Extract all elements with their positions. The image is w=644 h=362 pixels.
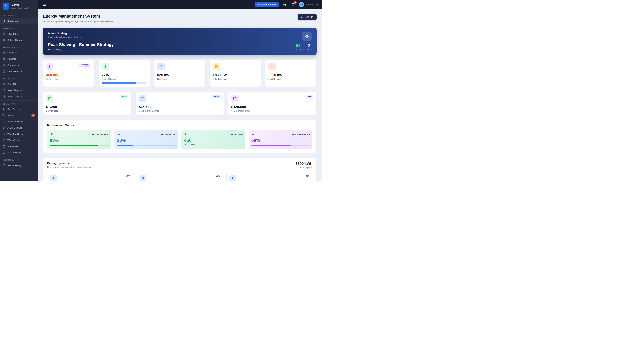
metric-value: 83%: [50, 138, 108, 143]
calendar-button[interactable]: [281, 1, 287, 7]
brand[interactable]: Demo Energy Asset Portal: [0, 0, 38, 12]
period-badge: Today: [120, 95, 128, 98]
stats-row: Discharging 450 kW Battery Power 77% Sta…: [43, 60, 317, 87]
total-capacity-value: 6500 kWh: [296, 162, 312, 166]
battery-bank-card: 78% Battery Bank A - Tesla Megapack: [47, 172, 133, 181]
sidebar-section-operations: OPERATIONS: [0, 100, 38, 106]
sidebar-section-monitoring: MONITORING: [0, 25, 38, 31]
sidebar-item-work-orders[interactable]: Work Orders: [0, 137, 38, 143]
package-icon: [3, 164, 6, 167]
savings-value: $1,250: [46, 105, 128, 109]
metric-progress-bar: [252, 145, 310, 146]
sidebar-item-workflow-builder[interactable]: Workflow Builder: [0, 131, 38, 137]
metric-progress-fill: [117, 145, 134, 146]
sidebar-item-asset-lifecycle[interactable]: Asset Lifecycle: [0, 93, 38, 99]
soc-progress-fill: [102, 82, 136, 84]
savings-card-month: Month $38,500 Month-to-Date Savings: [136, 91, 224, 115]
brand-text: Demo Energy Asset Portal: [12, 3, 28, 9]
sidebar-item-label: Work Orders: [8, 139, 20, 141]
avatar: US: [299, 2, 304, 7]
battery-systems-title: Battery Systems: [47, 162, 91, 165]
stat-value: 1850 kW: [213, 73, 258, 77]
metric-label: Peak Reduction: [161, 133, 176, 135]
sidebar-item-alarms[interactable]: Alarms 8: [0, 112, 38, 118]
performance-grid: Self-Consumption 83% Peak Reduction 28%: [47, 130, 312, 149]
strategy-stats: 94 Score 2 Alerts: [296, 32, 312, 51]
strategy-score-value: 94: [296, 43, 301, 48]
metric-progress-bar: [50, 145, 108, 146]
plus-icon: [258, 3, 260, 6]
savings-label: Savings Today: [46, 110, 128, 112]
metric-progress-fill: [252, 145, 291, 146]
battery-banks-grid: 78% Battery Bank A - Tesla Megapack 65% …: [47, 172, 312, 181]
brand-subtitle: Energy Asset Portal: [12, 7, 28, 9]
sidebar-section-assets-sites: ASSETS & SITES: [0, 75, 38, 81]
sidebar-item-fault-detection[interactable]: Fault Detection: [0, 68, 38, 74]
leaf-icon: [50, 133, 53, 136]
app-root: Demo Energy Asset Portal OVERVIEW Dashbo…: [0, 0, 322, 181]
total-capacity-label: Total Capacity: [296, 167, 312, 169]
status-badge: Discharging: [77, 63, 92, 66]
metric-progress-fill: [50, 145, 98, 146]
stat-value: 820 kW: [157, 73, 202, 77]
total-capacity: 6500 kWh Total Capacity: [296, 162, 312, 169]
savings-row: Today $1,250 Savings Today Month $38,500…: [43, 91, 317, 115]
metric-progress-bar: [117, 145, 176, 146]
sidebar-item-dashboard[interactable]: Dashboard: [0, 18, 38, 24]
sidebar-item-label: Plant Sites: [8, 83, 18, 85]
load-transfer-icon: [268, 63, 276, 70]
metric-label: Grid Independence: [292, 133, 310, 135]
zap-icon: [3, 51, 6, 54]
stat-value: 77%: [102, 73, 147, 77]
metric-label: Self-Consumption: [92, 133, 108, 135]
brand-name: Demo: [12, 3, 28, 6]
savings-card-year: Year $425,000 Year-to-Date Savings: [228, 91, 317, 115]
battery-icon: [140, 175, 146, 181]
quick-actions-button[interactable]: Quick Actions: [255, 2, 278, 7]
sidebar-item-label: Field Service: [8, 108, 20, 110]
metric-peak-reduction: Peak Reduction 28%: [114, 130, 178, 149]
battery-systems-titles: Battery Systems Overview of connected ba…: [47, 162, 91, 168]
menu-button[interactable]: [42, 1, 48, 7]
strategy-alerts-block: 2 Alerts: [307, 43, 312, 51]
page-header: Energy Management System Monitor and opt…: [43, 14, 317, 23]
user-menu[interactable]: US Administrator: [299, 2, 318, 7]
sidebar-item-preventive[interactable]: Preventive: [0, 143, 38, 149]
strategy-score-label: Score: [296, 49, 301, 51]
sidebar-item-label: WO Analytics: [8, 151, 21, 154]
sidebar-item-comparison[interactable]: Comparison: [0, 62, 38, 68]
period-badge: Year: [306, 95, 314, 98]
smartphone-icon: [3, 108, 6, 111]
battery-icon: [3, 38, 6, 41]
alert-triangle-icon: [3, 70, 6, 73]
sidebar-item-label: Alarm Analytics: [8, 120, 23, 123]
sidebar-item-label: Alarm Settings: [8, 126, 22, 129]
sidebar-item-alarm-settings[interactable]: Alarm Settings: [0, 125, 38, 131]
strategy-score-block: 94 Score: [296, 43, 301, 51]
sidebar-item-asset-registry[interactable]: Asset Registry: [0, 87, 38, 93]
alarms-count-badge: 8: [31, 114, 35, 117]
sidebar-item-label: Overview: [8, 51, 17, 54]
sidebar-item-battery-storage[interactable]: Battery Storage: [0, 37, 38, 43]
main-area: Quick Actions 4 US Administrator: [38, 0, 322, 181]
sidebar-item-wo-analytics[interactable]: WO Analytics: [0, 149, 38, 156]
notifications-button[interactable]: 4: [290, 1, 296, 7]
zap-icon: [252, 133, 255, 136]
quick-actions-label: Quick Actions: [261, 3, 276, 6]
sidebar-item-field-service[interactable]: Field Service: [0, 106, 38, 112]
sidebar-item-plant-sites[interactable]: Plant Sites: [0, 81, 38, 87]
package-icon: [3, 95, 6, 98]
sidebar-item-heatmap[interactable]: Heatmap: [0, 56, 38, 62]
sidebar-item-parts-catalog[interactable]: Parts Catalog: [0, 162, 38, 168]
sidebar-item-label: Dashboard: [8, 20, 18, 22]
sidebar-item-overview[interactable]: Overview: [0, 50, 38, 56]
active-strategy-card: Active Strategy Optimization strategy cu…: [43, 28, 317, 55]
sidebar-item-real-time[interactable]: Real-Time: [0, 31, 38, 37]
battery-bank-card: 65% Battery Bank B - LG Chem ESS: [137, 172, 223, 181]
battery-systems-card: Battery Systems Overview of connected ba…: [43, 158, 317, 181]
refresh-button[interactable]: Refresh: [298, 14, 317, 20]
metric-carbon-offset: Carbon Offset 450 kg CO₂ today: [182, 130, 245, 149]
stat-label: Grid Power: [157, 78, 202, 80]
stat-label: State of Charge: [102, 78, 147, 80]
sidebar-item-alarm-analytics[interactable]: Alarm Analytics: [0, 118, 38, 125]
